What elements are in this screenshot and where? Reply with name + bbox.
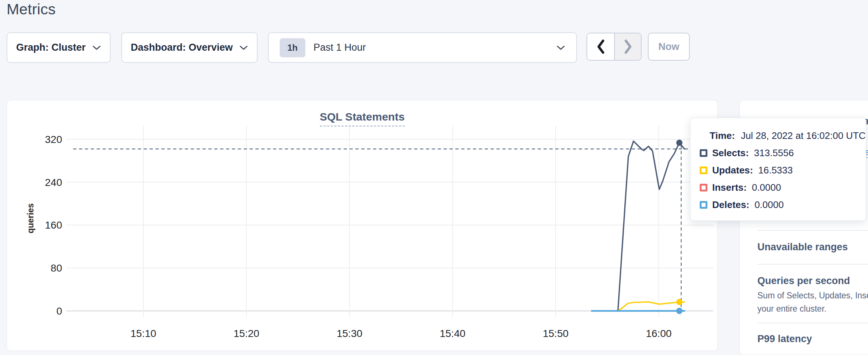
time-range-dropdown[interactable]: 1h Past 1 Hour [268, 32, 577, 63]
y-tick-label: 160 [45, 219, 62, 231]
y-tick-label: 240 [45, 177, 62, 188]
hover-dot-updates [676, 299, 682, 305]
x-tick-label: 15:20 [233, 328, 259, 339]
chevron-down-icon [556, 45, 565, 50]
hover-dot-selects [676, 140, 682, 146]
tooltip-series-value: 16.5333 [758, 165, 793, 176]
tooltip-time-label: Time: [710, 130, 735, 141]
tooltip-row-updates: Updates: 16.5333 [700, 165, 793, 176]
graph-dropdown[interactable]: Graph: Cluster [7, 32, 111, 63]
time-range-badge: 1h [280, 38, 305, 57]
tooltip-time-value: Jul 28, 2022 at 16:02:00 UTC [741, 130, 866, 141]
tooltip-row-deletes: Deletes: 0.0000 [700, 199, 784, 211]
tooltip-series-value: 0.0000 [754, 199, 784, 211]
sql-statements-chart[interactable]: 08016024032015:1015:2015:3015:4015:5016:… [7, 100, 718, 351]
time-shift-button-group [587, 33, 642, 61]
hover-dot-deletes [676, 308, 682, 314]
tooltip-series-label: Updates: [712, 165, 753, 176]
updates-swatch-icon [700, 166, 707, 174]
page-title: Metrics [7, 1, 56, 18]
chevron-right-icon [624, 39, 632, 54]
y-tick-label: 80 [51, 262, 62, 274]
dashboard-dropdown[interactable]: Dashboard: Overview [121, 32, 258, 63]
next-time-window-button[interactable] [614, 33, 641, 60]
time-range-label: Past 1 Hour [313, 42, 366, 53]
chart-hover-tooltip: Time:Jul 28, 2022 at 16:02:00 UTC Select… [690, 118, 866, 221]
tooltip-series-label: Deletes: [712, 199, 749, 211]
x-tick-label: 15:30 [337, 328, 362, 339]
chart-title[interactable]: SQL Statements [320, 111, 405, 126]
divider [757, 323, 868, 323]
sidebar-item-p99-latency: P99 latency [757, 333, 812, 345]
sidebar-description-line: Sum of Selects, Updates, Inser [757, 291, 868, 301]
tooltip-time-row: Time:Jul 28, 2022 at 16:02:00 UTC [710, 130, 866, 141]
y-tick-label: 320 [45, 134, 62, 145]
y-tick-label: 0 [56, 305, 62, 317]
sidebar-description-line: your entire cluster. [757, 304, 826, 314]
graph-dropdown-label: Graph: Cluster [16, 42, 86, 53]
tooltip-series-label: Selects: [712, 147, 749, 159]
sidebar-item-unavailable-ranges: Unavailable ranges [757, 241, 848, 253]
divider [757, 230, 868, 231]
sidebar-item-queries-per-second: Queries per second [757, 275, 850, 287]
y-axis-label: queries [26, 203, 35, 233]
series-line-updates[interactable] [592, 302, 684, 311]
chevron-left-icon [596, 39, 605, 54]
chevron-down-icon [239, 45, 248, 50]
x-tick-label: 15:40 [440, 328, 465, 339]
tooltip-series-value: 0.0000 [752, 182, 781, 193]
tooltip-row-selects: Selects: 313.5556 [700, 147, 794, 159]
divider [757, 264, 868, 265]
dashboard-dropdown-label: Dashboard: Overview [131, 42, 233, 53]
sql-statements-chart-card: SQL Statements 08016024032015:1015:2015:… [7, 100, 718, 351]
tooltip-series-label: Inserts: [712, 182, 747, 193]
x-tick-label: 15:50 [543, 328, 568, 339]
previous-time-window-button[interactable] [587, 33, 614, 60]
chevron-down-icon [92, 45, 101, 50]
selects-swatch-icon [700, 149, 707, 157]
tooltip-row-inserts: Inserts: 0.0000 [700, 182, 781, 193]
series-line-selects[interactable] [592, 141, 684, 311]
x-tick-label: 16:00 [646, 328, 671, 339]
deletes-swatch-icon [700, 201, 707, 209]
tooltip-series-value: 313.5556 [754, 147, 794, 159]
now-button[interactable]: Now [648, 33, 690, 61]
x-tick-label: 15:10 [130, 328, 156, 339]
inserts-swatch-icon [700, 184, 707, 191]
